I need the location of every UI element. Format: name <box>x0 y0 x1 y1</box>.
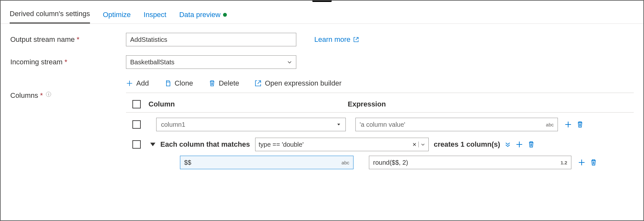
chevron-down-icon <box>287 60 292 65</box>
learn-more-link[interactable]: Learn more <box>314 35 359 44</box>
pattern-suffix-label: creates 1 column(s) <box>434 140 500 149</box>
expression-placeholder: 'a column value' <box>360 121 405 128</box>
row-checkbox[interactable] <box>132 120 141 129</box>
incoming-stream-select[interactable]: BasketballStats <box>126 55 296 69</box>
output-stream-name-label: Output stream name* <box>10 35 126 44</box>
pattern-name-expression-input[interactable]: $$ abc <box>180 156 353 169</box>
plus-icon <box>126 80 133 87</box>
tab-data-preview[interactable]: Data preview <box>179 11 227 23</box>
column-name-placeholder: column1 <box>161 121 185 128</box>
columns-grid-header: Column Expression <box>126 98 634 113</box>
row-checkbox[interactable] <box>132 140 141 149</box>
external-link-icon <box>353 37 359 42</box>
pattern-condition-value: type == 'double' <box>259 141 304 148</box>
panel-drag-handle[interactable] <box>312 0 332 2</box>
pattern-sub-row: $$ abc round($$, 2) 1.2 <box>180 156 634 169</box>
settings-tabs: Derived column's settings Optimize Inspe… <box>1 1 643 24</box>
pattern-prefix-label: Each column that matches <box>160 140 250 149</box>
svg-rect-0 <box>166 82 170 86</box>
add-row-button[interactable] <box>564 121 572 128</box>
clone-button[interactable]: Clone <box>164 79 193 87</box>
expression-input[interactable]: 'a column value' abc <box>355 118 558 131</box>
delete-button[interactable]: Delete <box>209 79 239 87</box>
copy-icon <box>164 80 171 87</box>
tab-derived-column-settings[interactable]: Derived column's settings <box>10 10 90 23</box>
caret-down-icon <box>336 122 341 127</box>
chevron-down-icon[interactable] <box>421 142 425 147</box>
open-expression-builder-button[interactable]: Open expression builder <box>255 79 341 87</box>
tab-optimize[interactable]: Optimize <box>103 11 131 23</box>
trash-icon <box>209 80 216 87</box>
pattern-condition-input[interactable]: type == 'double' ✕ <box>255 138 429 151</box>
clear-icon[interactable]: ✕ <box>412 142 416 148</box>
delete-row-button[interactable] <box>528 141 535 148</box>
type-tag-abc: abc <box>546 122 554 127</box>
select-all-checkbox[interactable] <box>132 100 141 108</box>
pattern-name-expression-value: $$ <box>184 159 191 166</box>
column-pattern-row: Each column that matches type == 'double… <box>126 138 634 151</box>
table-row: column1 'a column value' abc <box>126 118 634 131</box>
delete-row-button[interactable] <box>590 159 597 166</box>
tab-data-preview-label: Data preview <box>179 11 220 19</box>
output-stream-name-input[interactable] <box>126 33 296 46</box>
columns-toolbar: Add Clone <box>126 79 634 93</box>
column-name-select[interactable]: column1 <box>156 118 346 131</box>
status-dot-icon <box>223 13 227 17</box>
open-external-icon <box>255 80 262 87</box>
chevron-double-down-icon[interactable] <box>505 141 511 148</box>
delete-row-button[interactable] <box>577 121 584 128</box>
pattern-value-expression-input[interactable]: round($$, 2) 1.2 <box>369 156 571 169</box>
add-row-button[interactable] <box>578 159 586 166</box>
columns-label: Columns* i <box>10 78 126 100</box>
expand-caret-icon[interactable] <box>150 143 156 146</box>
incoming-stream-value: BasketballStats <box>130 59 174 66</box>
add-button[interactable]: Add <box>126 79 149 87</box>
incoming-stream-label: Incoming stream* <box>10 58 126 66</box>
pattern-value-expression-value: round($$, 2) <box>373 159 408 166</box>
column-header-expression: Expression <box>348 100 386 108</box>
info-icon[interactable]: i <box>46 92 51 97</box>
tab-inspect[interactable]: Inspect <box>144 11 166 23</box>
column-header-column: Column <box>148 100 348 108</box>
type-tag-abc: abc <box>342 160 349 165</box>
add-row-button[interactable] <box>515 141 523 148</box>
type-tag-numeric: 1.2 <box>560 160 567 165</box>
